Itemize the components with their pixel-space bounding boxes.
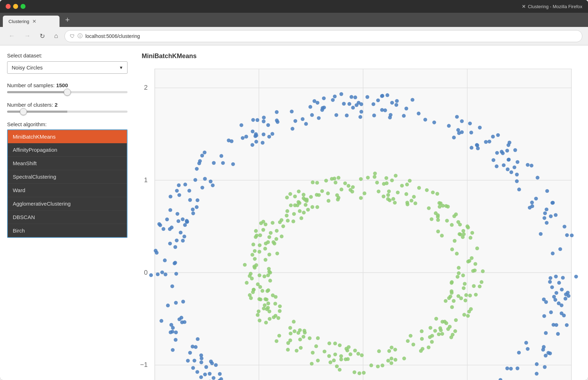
samples-slider[interactable]	[7, 91, 128, 93]
svg-point-357	[188, 351, 192, 355]
algorithm-item-ward[interactable]: Ward	[8, 184, 127, 197]
svg-point-208	[199, 353, 203, 357]
svg-point-492	[275, 229, 279, 233]
algorithm-item-meanshift[interactable]: MeanShift	[8, 157, 127, 170]
svg-point-454	[245, 281, 249, 285]
svg-point-457	[475, 246, 479, 250]
svg-point-398	[196, 370, 199, 374]
svg-point-478	[292, 320, 296, 324]
svg-point-149	[160, 270, 164, 274]
active-tab[interactable]: Clustering ✕	[3, 16, 60, 27]
reload-button[interactable]: ↻	[37, 31, 48, 41]
svg-point-201	[469, 131, 473, 135]
svg-point-77	[174, 245, 177, 249]
minimize-button[interactable]	[13, 4, 18, 9]
title-bar: ✕ Clustering - Mozilla Firefox	[0, 0, 588, 13]
svg-point-686	[394, 358, 397, 362]
svg-point-380	[185, 219, 189, 223]
svg-point-425	[427, 206, 431, 210]
svg-point-571	[369, 363, 373, 367]
svg-point-606	[333, 342, 337, 346]
svg-point-166	[182, 235, 186, 239]
tab-close-icon[interactable]: ✕	[32, 18, 36, 24]
svg-point-86	[149, 273, 153, 277]
svg-point-576	[249, 296, 253, 300]
svg-point-331	[543, 211, 547, 215]
algorithm-item-birch[interactable]: Birch	[8, 224, 127, 237]
svg-point-371	[509, 367, 513, 371]
svg-point-282	[372, 102, 375, 106]
svg-point-702	[349, 352, 352, 356]
svg-point-361	[557, 301, 561, 305]
svg-point-252	[564, 297, 567, 301]
maximize-button[interactable]	[21, 4, 26, 9]
home-button[interactable]: ⌂	[51, 31, 61, 41]
svg-point-396	[516, 160, 520, 164]
svg-point-438	[352, 370, 356, 374]
svg-point-474	[438, 205, 442, 209]
dataset-control: Select dataset: Noisy Circles Noisy Moon…	[7, 52, 124, 74]
svg-point-36	[558, 247, 562, 251]
chart-title: MiniBatchKMeans	[142, 52, 581, 60]
svg-point-491	[359, 196, 363, 200]
svg-point-668	[431, 190, 435, 194]
clusters-slider[interactable]	[7, 111, 128, 113]
samples-label: Number of samples: 1500	[7, 82, 124, 88]
algorithm-item-affinitypropagation[interactable]: AffinityPropagation	[8, 143, 127, 157]
svg-point-230	[312, 99, 316, 103]
svg-point-715	[298, 337, 302, 341]
svg-point-611	[474, 262, 477, 266]
svg-point-679	[264, 297, 267, 301]
svg-point-559	[357, 371, 361, 375]
address-bar[interactable]: 🛡 ⓘ localhost:5006/clustering	[64, 30, 582, 42]
svg-point-627	[258, 233, 262, 237]
svg-point-277	[549, 276, 553, 280]
svg-point-471	[256, 313, 260, 317]
svg-point-306	[180, 316, 183, 320]
svg-point-646	[271, 221, 275, 225]
svg-point-23	[231, 162, 235, 166]
svg-point-395	[310, 113, 314, 117]
svg-point-672	[264, 258, 267, 262]
svg-point-543	[286, 348, 290, 352]
svg-point-393	[195, 167, 199, 171]
svg-point-709	[308, 336, 312, 340]
algorithm-dropdown[interactable]: MiniBatchKMeans AffinityPropagation Mean…	[7, 129, 128, 238]
svg-point-391	[570, 234, 574, 238]
svg-point-549	[293, 195, 297, 199]
svg-point-421	[275, 339, 278, 343]
svg-point-625	[243, 263, 247, 267]
algorithm-selected[interactable]: MiniBatchKMeans	[8, 130, 127, 143]
forward-button[interactable]: →	[21, 31, 33, 41]
svg-point-248	[452, 136, 456, 140]
new-tab-button[interactable]: +	[61, 15, 74, 24]
svg-point-550	[470, 231, 474, 235]
svg-text:−1: −1	[140, 361, 147, 368]
svg-point-328	[460, 119, 464, 123]
algorithm-item-dbscan[interactable]: DBSCAN	[8, 211, 127, 224]
svg-point-437	[377, 190, 380, 194]
svg-point-551	[303, 329, 306, 332]
algorithm-item-spectralclustering[interactable]: SpectralClustering	[8, 170, 127, 184]
svg-point-535	[299, 346, 303, 350]
svg-point-584	[332, 358, 336, 362]
svg-point-488	[469, 236, 473, 240]
svg-point-194	[334, 113, 338, 117]
close-button[interactable]	[6, 4, 11, 9]
back-button[interactable]: ←	[6, 31, 18, 41]
svg-point-268	[250, 143, 254, 147]
svg-point-359	[530, 201, 534, 205]
dataset-select[interactable]: Noisy Circles Noisy Moons Blobs Varied A…	[7, 61, 128, 74]
algorithm-item-agglomerativeclustering[interactable]: AgglomerativeClustering	[8, 197, 127, 211]
svg-point-449	[254, 229, 258, 233]
svg-point-719	[304, 203, 307, 207]
svg-point-582	[316, 336, 320, 340]
svg-point-487	[455, 252, 459, 256]
samples-control: Number of samples: 1500	[7, 82, 124, 93]
svg-point-416	[425, 188, 429, 192]
svg-point-192	[492, 158, 496, 162]
svg-point-202	[417, 112, 421, 116]
svg-point-294	[543, 365, 547, 369]
svg-point-107	[196, 337, 200, 341]
svg-point-223	[495, 164, 499, 168]
